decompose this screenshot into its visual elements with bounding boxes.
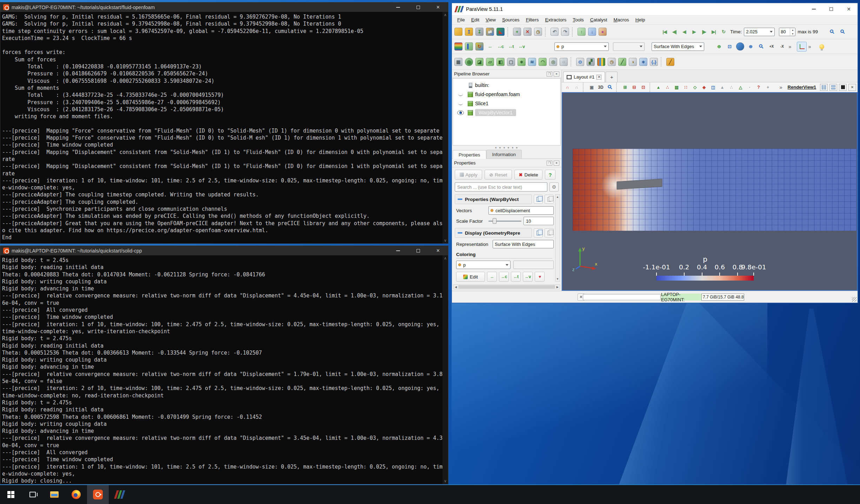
paraview-button[interactable] (109, 485, 131, 504)
help-button[interactable]: ? (545, 170, 555, 180)
edit-color-map-icon[interactable]: ↻ (474, 42, 484, 52)
visibility-off-icon[interactable] (456, 102, 465, 105)
scroll-right-icon[interactable]: ▶ (556, 285, 559, 289)
toggle-axes-visibility-icon[interactable] (797, 42, 807, 52)
float-dock-icon[interactable]: ❐ (547, 72, 552, 76)
ubuntu-terminal-button[interactable] (87, 485, 109, 504)
group-datasets-icon[interactable]: ◎ (548, 57, 558, 67)
connect-server-icon[interactable]: + (512, 27, 522, 37)
view-plus-x-icon[interactable]: +X (767, 42, 776, 52)
threshold-icon[interactable]: ◧ (495, 57, 505, 67)
load-state-icon[interactable]: ◣ (495, 27, 505, 37)
stream-tracer-icon[interactable]: ≋ (527, 57, 537, 67)
close-button[interactable]: ✕ (840, 3, 858, 15)
render-view-label[interactable]: RenderView1 (788, 85, 816, 90)
toggle-selection-icon[interactable]: ⊡ (639, 83, 647, 91)
coloring-array-combo[interactable]: p (456, 261, 511, 269)
select-cells-on-icon[interactable]: ▲ (654, 83, 662, 91)
paste-display-icon[interactable] (545, 228, 554, 237)
zoom-magnifier-icon[interactable]: ⚲ (827, 27, 837, 37)
terminal-titlebar[interactable]: makis@LAPTOP-EG70MINT: ~/tutorials/quick… (0, 2, 448, 12)
scroll-up-icon[interactable]: ∧ (444, 256, 447, 261)
rescale-to-data-range-icon[interactable]: ↔ (487, 272, 497, 282)
resize-grip[interactable] (852, 297, 856, 302)
ruler-icon[interactable]: ╱ (665, 57, 675, 67)
loop-button[interactable]: ↻ (719, 27, 728, 37)
gear-icon[interactable]: ⚙ (549, 182, 559, 191)
save-state-icon[interactable]: ↧ (474, 27, 484, 37)
slider-handle[interactable] (493, 218, 496, 224)
menu-help[interactable]: Help (632, 17, 648, 22)
add-annotation-icon[interactable]: + (764, 83, 772, 91)
first-frame-button[interactable]: |◀ (660, 27, 669, 37)
close-view-icon[interactable]: ✕ (848, 84, 856, 91)
subtract-selection-icon[interactable]: ⊟ (630, 83, 638, 91)
reset-session-icon[interactable]: ◷ (533, 27, 543, 37)
rescale-visible-range-icon[interactable]: ↔v (523, 272, 533, 282)
close-button[interactable]: ✕ (428, 2, 448, 12)
display-properties-section[interactable]: Display (GeometryRepre (455, 228, 532, 238)
minimize-button[interactable] (805, 3, 822, 15)
toolbar-overflow-chevron[interactable]: » (779, 84, 782, 90)
select-points-polygon-icon[interactable]: ◈ (700, 83, 708, 91)
pipeline-item-slice1[interactable]: Slice1 (453, 99, 560, 108)
vectors-combo[interactable]: cellDisplacement (488, 206, 554, 215)
copy-display-icon[interactable] (534, 228, 543, 237)
split-vertical-icon[interactable] (829, 84, 837, 91)
scrollbar[interactable]: ∧ ∨ (442, 12, 448, 243)
reset-camera-closest-icon[interactable]: ∩ (572, 83, 581, 91)
next-frame-button[interactable]: |▶ (699, 27, 708, 37)
scrollbar[interactable]: ∧ ∨ (442, 255, 448, 484)
terminal-titlebar[interactable]: makis@LAPTOP-EG70MINT: ~/tutorials/quick… (0, 246, 448, 255)
rescale-to-data-range-icon[interactable]: ↔ (485, 42, 495, 52)
rescale-temporal-range-icon[interactable]: ↔t (511, 272, 521, 282)
task-view-button[interactable] (22, 485, 44, 504)
color-map-editor-icon[interactable] (453, 42, 463, 52)
plot-over-time-icon[interactable]: ◷ (607, 57, 616, 67)
minimize-button[interactable] (388, 2, 408, 12)
set-view-direction-icon[interactable] (735, 42, 745, 52)
frame-spinbox[interactable]: 80 ▲▼ (779, 28, 795, 36)
rescale-custom-range-icon[interactable]: ↔c (495, 42, 505, 52)
scale-factor-input[interactable]: 10 (524, 217, 554, 225)
python-calculator-icon[interactable]: {..} (649, 57, 659, 67)
time-value-combo[interactable]: 2.025 (744, 28, 775, 36)
contour-icon[interactable]: ◎ (464, 57, 474, 67)
auto-apply-icon[interactable]: ⇄ (485, 27, 495, 37)
firefox-button[interactable] (65, 485, 87, 504)
save-data-icon[interactable]: ↥ (464, 27, 474, 37)
view-minus-x-icon[interactable]: -X (777, 42, 787, 52)
scroll-up-icon[interactable]: ▲ (556, 195, 559, 199)
pipeline-item-fluid-openfoam-foam[interactable]: fluid-openfoam.foam (453, 90, 560, 99)
extract-selection-icon[interactable]: ▞ (586, 57, 595, 67)
edit-color-map-button[interactable]: Edit (456, 272, 485, 282)
close-dock-icon[interactable]: ✕ (554, 161, 559, 166)
minimize-button[interactable] (388, 246, 408, 255)
paste-properties-icon[interactable] (545, 195, 554, 204)
representation-combo[interactable]: Surface With Edges (652, 42, 704, 51)
redo-icon[interactable]: ↷ (560, 27, 570, 37)
render-viewport[interactable]: p -1.1e-010.20.40.60.89.8e-01 y x (562, 92, 858, 291)
play-backward-button[interactable]: ◀ (680, 27, 689, 37)
zoom-add-icon[interactable]: ⚲ (838, 27, 847, 37)
delete-button[interactable]: ✖Delete (514, 170, 542, 180)
split-horizontal-icon[interactable] (820, 84, 828, 91)
scroll-down-icon[interactable]: ∨ (444, 238, 447, 243)
toggle-color-legend-icon[interactable]: ▍ (464, 42, 474, 52)
toolbar-overflow-chevron[interactable]: » (808, 43, 811, 49)
scroll-up-icon[interactable]: ∧ (444, 13, 447, 17)
scrollbar-thumb[interactable] (458, 285, 555, 289)
hover-points-icon[interactable]: ∙ (745, 83, 754, 91)
tab-properties[interactable]: Properties (453, 150, 486, 159)
copy-properties-icon[interactable] (534, 195, 543, 204)
spin-down-icon[interactable]: ▼ (790, 32, 795, 36)
zoom-to-box-icon[interactable]: ⚲ (756, 42, 766, 52)
reset-button[interactable]: ⊘Reset (485, 170, 512, 180)
maximize-button[interactable] (822, 3, 840, 15)
menu-edit[interactable]: Edit (468, 17, 482, 22)
adjust-camera-icon[interactable]: ∩ (563, 83, 572, 91)
capture-screenshot-icon[interactable]: ▣ (587, 83, 596, 91)
close-tab-icon[interactable]: ✕ (596, 75, 601, 80)
scroll-down-icon[interactable]: ∨ (444, 479, 447, 483)
select-block-icon[interactable]: ◫ (709, 83, 717, 91)
